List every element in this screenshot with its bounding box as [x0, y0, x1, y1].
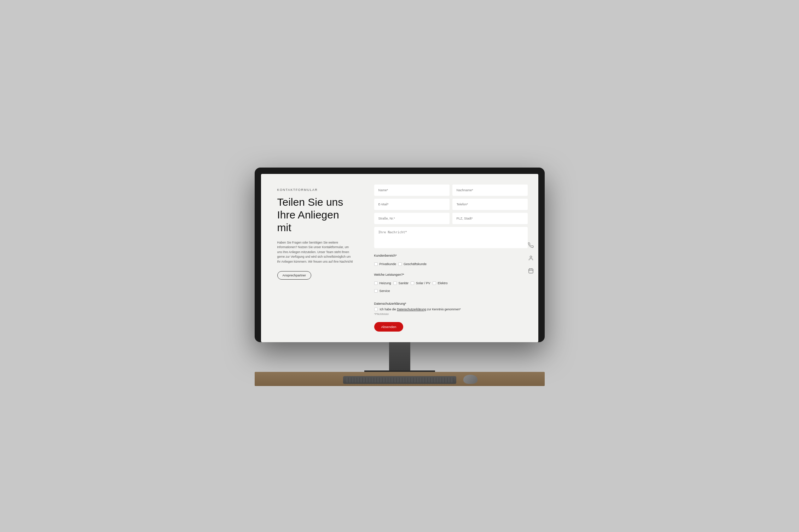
privatkunde-label: Privatkunde — [380, 262, 396, 266]
datenschutz-checkbox[interactable] — [374, 308, 378, 311]
form-description: Haben Sie Fragen oder benötigen Sie weit… — [277, 240, 354, 264]
datenschutz-text: Ich habe die Datenschutzerklärung zur Ke… — [380, 308, 461, 311]
email-input[interactable] — [374, 199, 450, 210]
heizung-option[interactable]: Heizung — [374, 281, 391, 285]
datenschutz-row: Ich habe die Datenschutzerklärung zur Ke… — [374, 308, 528, 311]
datenschutz-section-label: Datenschutzerklärung* — [374, 302, 528, 305]
monitor-screen: KONTAKTFORMULAR Teilen Sie uns Ihre Anli… — [261, 174, 538, 342]
ansprechpartner-button[interactable]: Ansprechpartner — [277, 271, 312, 280]
pflichtfelder-text: *Pflichtfelder — [374, 312, 528, 316]
kundenbereich-label: Kundenbereich* — [374, 254, 528, 257]
email-row — [374, 199, 528, 210]
solar-option[interactable]: Solar / PV — [411, 281, 430, 285]
keyboard-keys — [346, 378, 453, 382]
kundenbereich-group: Privatkunde Geschäftskunde — [374, 262, 528, 266]
desk — [255, 372, 545, 386]
sanitaer-option[interactable]: Sanitär — [393, 281, 409, 285]
submit-button[interactable]: Absenden — [374, 322, 404, 332]
heizung-checkbox[interactable] — [374, 281, 378, 285]
service-group: Service — [374, 289, 528, 293]
form-small-label: KONTAKTFORMULAR — [277, 188, 354, 192]
form-title: Teilen Sie uns Ihre Anliegen mit — [277, 196, 354, 234]
page-content: KONTAKTFORMULAR Teilen Sie uns Ihre Anli… — [261, 174, 538, 342]
geschaeftskunde-option[interactable]: Geschäftskunde — [398, 262, 427, 266]
mouse — [463, 375, 477, 384]
svg-rect-1 — [529, 269, 533, 273]
geschaeftskunde-checkbox[interactable] — [398, 262, 402, 266]
solar-label: Solar / PV — [416, 281, 430, 285]
nachricht-textarea[interactable] — [374, 227, 528, 248]
service-label: Service — [380, 289, 390, 293]
service-option[interactable]: Service — [374, 289, 390, 293]
left-panel: KONTAKTFORMULAR Teilen Sie uns Ihre Anli… — [261, 174, 367, 342]
phone-icon[interactable] — [527, 241, 535, 249]
sanitaer-checkbox[interactable] — [393, 281, 397, 285]
service-checkbox[interactable] — [374, 289, 378, 293]
privatkunde-checkbox[interactable] — [374, 262, 378, 266]
datenschutz-prefix: Ich habe die — [380, 308, 397, 311]
elektro-option[interactable]: Elektro — [433, 281, 448, 285]
elektro-checkbox[interactable] — [433, 281, 436, 285]
elektro-label: Elektro — [438, 281, 448, 285]
keyboard — [343, 376, 456, 384]
geschaeftskunde-label: Geschäftskunde — [404, 262, 427, 266]
telefon-input[interactable] — [452, 199, 528, 210]
address-row — [374, 213, 528, 224]
right-panel: Kundenbereich* Privatkunde Geschäftskund… — [367, 174, 538, 342]
scene: KONTAKTFORMULAR Teilen Sie uns Ihre Anli… — [0, 146, 799, 386]
datenschutz-section: Datenschutzerklärung* Ich habe die Daten… — [374, 299, 528, 316]
plz-input[interactable] — [452, 213, 528, 224]
monitor-stand-neck — [389, 342, 410, 370]
heizung-label: Heizung — [380, 281, 391, 285]
monitor: KONTAKTFORMULAR Teilen Sie uns Ihre Anli… — [255, 168, 545, 342]
svg-point-0 — [530, 256, 532, 258]
datenschutz-suffix: zur Kenntnis genommen* — [426, 308, 461, 311]
calendar-icon[interactable] — [527, 267, 535, 275]
solar-checkbox[interactable] — [411, 281, 414, 285]
leistungen-group: Heizung Sanitär Solar / PV Elektro — [374, 281, 528, 285]
sidebar-icons — [523, 236, 538, 280]
nachname-input[interactable] — [452, 185, 528, 196]
datenschutz-link[interactable]: Datenschutzerklärung — [397, 308, 426, 311]
user-icon[interactable] — [527, 254, 535, 262]
leistungen-label: Welche Leistungen?* — [374, 273, 528, 276]
privatkunde-option[interactable]: Privatkunde — [374, 262, 396, 266]
name-row — [374, 185, 528, 196]
name-input[interactable] — [374, 185, 450, 196]
strasse-input[interactable] — [374, 213, 450, 224]
sanitaer-label: Sanitär — [399, 281, 409, 285]
